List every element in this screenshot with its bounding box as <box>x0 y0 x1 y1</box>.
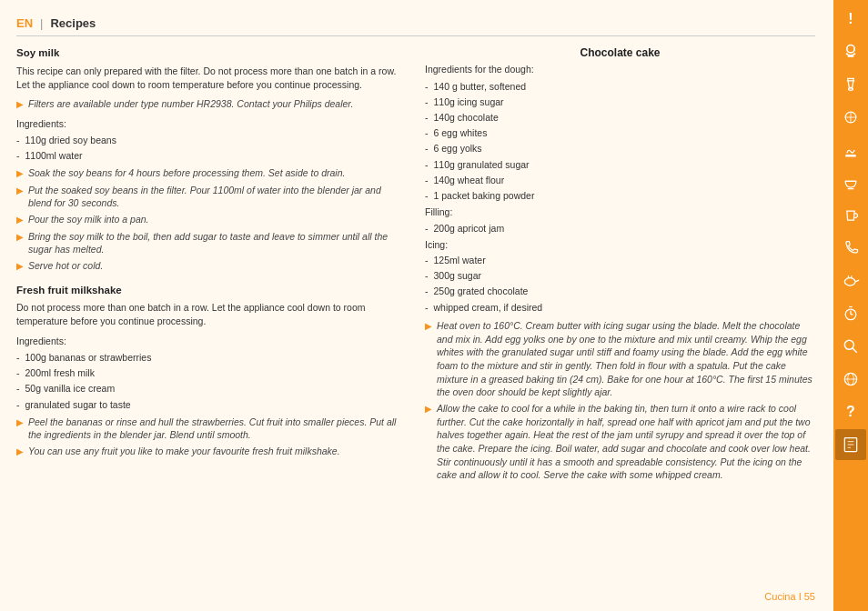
sidebar-icon-exclamation[interactable]: ! <box>835 4 866 35</box>
fresh-ingredient-4: - granulated sugar to taste <box>16 398 407 412</box>
choc-dough-3-text: 140g chocolate <box>434 111 499 125</box>
sidebar-icon-food[interactable] <box>835 36 866 67</box>
choc-dough-8: - 1 packet baking powder <box>425 189 815 203</box>
choc-dough-3: - 140g chocolate <box>425 111 815 125</box>
page-header: EN | Recipes <box>16 16 815 36</box>
svg-point-3 <box>849 88 853 91</box>
dash-icon: - <box>425 80 429 94</box>
svg-rect-7 <box>845 155 856 157</box>
choc-step-1-text: Heat oven to 160°C. Cream butter with ic… <box>437 319 815 399</box>
soy-ingredient-1: - 110g dried soy beans <box>16 134 407 147</box>
dash-icon: - <box>425 142 429 155</box>
soy-step-2: ▶ Put the soaked soy beans in the filter… <box>16 184 407 210</box>
choc-dough-7-text: 140g wheat flour <box>434 174 505 187</box>
sidebar-icon-steam[interactable] <box>835 135 866 165</box>
choc-icing-2: - 300g sugar <box>425 269 815 283</box>
fresh-ingredient-1: - 100g bananas or strawberries <box>16 351 407 365</box>
dash-icon: - <box>16 149 20 163</box>
soy-step-5-text: Serve hot or cold. <box>28 259 103 274</box>
soy-step-4-text: Bring the soy milk to the boil, then add… <box>28 230 407 256</box>
choc-dough-6-text: 110g granulated sugar <box>434 158 530 172</box>
choc-dough-5: - 6 egg yolks <box>425 142 815 155</box>
sidebar-icon-timer[interactable] <box>835 298 866 329</box>
fresh-ingredient-1-text: 100g bananas or strawberries <box>25 351 152 365</box>
sidebar-icon-citrus[interactable] <box>835 102 866 133</box>
choc-dough-1-text: 140 g butter, softened <box>434 80 527 94</box>
soy-step-1: ▶ Soak the soy beans for 4 hours before … <box>16 166 407 181</box>
arrow-icon-5: ▶ <box>16 231 24 256</box>
choc-dough-2-text: 110g icing sugar <box>434 95 504 109</box>
soy-ingredient-2-text: 1100ml water <box>25 149 83 163</box>
dash-icon: - <box>16 351 20 365</box>
arrow-icon-6: ▶ <box>16 260 24 274</box>
choc-dough-7: - 140g wheat flour <box>425 174 815 187</box>
content-columns: Soy milk This recipe can only prepared w… <box>16 45 815 587</box>
fresh-ingredients-label: Ingredients: <box>16 335 407 348</box>
arrow-icon-10: ▶ <box>425 403 432 482</box>
soy-step-2-text: Put the soaked soy beans in the filter. … <box>28 184 407 210</box>
dash-icon: - <box>16 398 20 412</box>
svg-point-10 <box>844 278 855 285</box>
choc-icing-4: - whipped cream, if desired <box>425 301 815 315</box>
dash-icon: - <box>425 126 429 140</box>
header-divider: | <box>40 16 43 30</box>
soy-step-4: ▶ Bring the soy milk to the boil, then a… <box>16 230 407 256</box>
choc-icing-3-text: 250g grated chocolate <box>434 285 529 298</box>
sidebar-icon-globe[interactable] <box>835 364 866 395</box>
dash-icon: - <box>425 285 429 298</box>
dash-icon: - <box>425 222 429 235</box>
sidebar-icon-bowl[interactable] <box>835 167 866 198</box>
dash-icon: - <box>425 301 429 315</box>
dash-icon: - <box>16 134 20 147</box>
soy-milk-title: Soy milk <box>16 45 407 61</box>
choc-step-1: ▶ Heat oven to 160°C. Cream butter with … <box>425 319 815 399</box>
dash-icon: - <box>425 174 429 187</box>
fresh-fruit-intro: Do not process more than one batch in a … <box>16 301 407 328</box>
soy-ingredient-2: - 1100ml water <box>16 149 407 163</box>
choc-filling-1: - 200g apricot jam <box>425 222 815 235</box>
choc-cake-title: Chocolate cake <box>425 45 815 61</box>
arrow-icon-4: ▶ <box>16 214 24 227</box>
sidebar-icon-search[interactable] <box>835 331 866 362</box>
soy-ingredients-label: Ingredients: <box>16 117 407 131</box>
sidebar-icon-cup[interactable] <box>835 200 866 231</box>
choc-dough-5-text: 6 egg yolks <box>434 142 482 155</box>
choc-icing-label: Icing: <box>425 238 815 252</box>
fresh-fruit-title: Fresh fruit milkshake <box>16 283 407 298</box>
choc-icing-1: - 125ml water <box>425 254 815 267</box>
sidebar-icon-question[interactable]: ? <box>835 396 866 427</box>
soy-step-3-text: Pour the soy milk into a pan. <box>28 213 149 227</box>
sidebar-icon-blender[interactable] <box>835 69 866 100</box>
choc-icing-4-text: whipped cream, if desired <box>434 301 543 315</box>
fresh-step-1: ▶ Peel the bananas or rinse and hull the… <box>16 416 407 442</box>
dash-icon: - <box>16 366 20 380</box>
soy-step-3: ▶ Pour the soy milk into a pan. <box>16 213 407 227</box>
arrow-icon-9: ▶ <box>425 320 432 399</box>
fresh-ingredient-3: - 50g vanilla ice cream <box>16 382 407 396</box>
lang-label: EN <box>16 16 33 30</box>
fresh-ingredient-2: - 200ml fresh milk <box>16 366 407 380</box>
dash-icon: - <box>16 382 20 396</box>
choc-dough-4: - 6 egg whites <box>425 126 815 140</box>
choc-dough-4-text: 6 egg whites <box>434 126 488 140</box>
choc-step-2: ▶ Allow the cake to cool for a while in … <box>425 402 815 482</box>
choc-filling-1-text: 200g apricot jam <box>434 222 505 235</box>
soy-step-5: ▶ Serve hot or cold. <box>16 259 407 274</box>
choc-icing-3: - 250g grated chocolate <box>425 285 815 298</box>
fresh-step-2: ▶ You can use any fruit you like to make… <box>16 445 407 459</box>
dash-icon: - <box>425 254 429 267</box>
page-footer: Cucina I 55 <box>764 591 815 602</box>
choc-dough-label: Ingredients for the dough: <box>425 63 815 76</box>
sidebar-icon-book[interactable] <box>835 429 866 460</box>
svg-point-18 <box>844 340 853 349</box>
soy-milk-intro: This recipe can only prepared with the f… <box>16 65 407 92</box>
choc-dough-1: - 140 g butter, softened <box>425 80 815 94</box>
dash-icon: - <box>425 269 429 283</box>
fresh-ingredient-2-text: 200ml fresh milk <box>25 366 95 380</box>
left-column: Soy milk This recipe can only prepared w… <box>16 45 407 587</box>
choc-dough-6: - 110g granulated sugar <box>425 158 815 172</box>
header-title: Recipes <box>50 16 96 30</box>
sidebar-icon-phone[interactable] <box>835 233 866 264</box>
sidebar-icon-pan[interactable] <box>835 265 866 296</box>
soy-milk-note-text: Filters are available under type number … <box>28 97 353 112</box>
